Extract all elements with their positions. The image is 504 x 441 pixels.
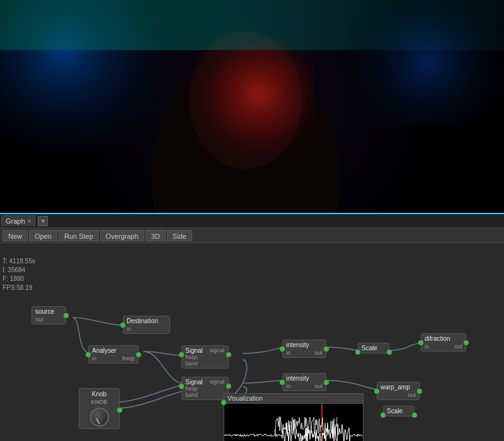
difraction-node-title: difraction xyxy=(425,335,462,342)
knob-node[interactable]: Knob KNOB xyxy=(79,388,120,429)
warp-amp-node-title: warp_amp xyxy=(381,384,416,391)
analyser-node[interactable]: Analyser in freqs xyxy=(88,345,139,364)
visualization-in-port[interactable] xyxy=(221,400,226,405)
warp-amp-out-port[interactable] xyxy=(417,389,422,394)
3d-button[interactable]: 3D xyxy=(146,230,166,241)
scale1-in-port[interactable] xyxy=(355,350,360,355)
source-out-port[interactable] xyxy=(64,313,69,318)
knob-node-title: Knob xyxy=(81,391,117,398)
source-node-title: source xyxy=(35,308,62,315)
open-button[interactable]: Open xyxy=(29,230,57,241)
intensity2-out-port[interactable] xyxy=(324,380,329,385)
intensity1-node-title: intensity xyxy=(286,341,323,348)
intensity2-in-port[interactable] xyxy=(280,380,285,385)
signal1-out-port[interactable] xyxy=(226,352,231,357)
signal1-in-port[interactable] xyxy=(179,352,184,357)
scale1-node[interactable]: Scale xyxy=(358,343,389,353)
side-button[interactable]: Side xyxy=(167,230,192,241)
difraction-out-port[interactable] xyxy=(464,340,469,345)
signal2-in-port[interactable] xyxy=(179,384,184,389)
run-step-button[interactable]: Run Step xyxy=(59,230,99,241)
visualization-node[interactable]: Visualization xyxy=(224,393,364,441)
video-preview xyxy=(0,0,504,214)
knob-indicator xyxy=(96,418,100,425)
graph-panel: Graph × + New Open Run Step Overgraph 3D… xyxy=(0,214,504,441)
warp-amp-in-port[interactable] xyxy=(374,389,379,394)
destination-in-port[interactable] xyxy=(120,323,125,328)
graph-tab[interactable]: Graph × xyxy=(1,215,35,226)
scale2-in-port[interactable] xyxy=(381,413,386,418)
graph-tab-label: Graph xyxy=(6,217,25,225)
scale2-node-title: Scale xyxy=(387,408,411,415)
destination-node[interactable]: Destination in xyxy=(123,316,170,334)
knob-sublabel: KNOB xyxy=(81,399,117,405)
visualization-node-title: Visualization xyxy=(227,395,263,402)
analyser-node-title: Analyser xyxy=(92,347,135,354)
analyser-freqs-port[interactable] xyxy=(136,352,141,357)
scale2-out-port[interactable] xyxy=(412,413,417,418)
intensity1-in-port[interactable] xyxy=(280,346,285,352)
signal2-node[interactable]: Signal freqs band signal xyxy=(181,377,229,400)
scale2-node[interactable]: Scale xyxy=(383,406,415,416)
signal2-out-port[interactable] xyxy=(226,384,231,389)
intensity1-out-port[interactable] xyxy=(324,346,329,352)
destination-node-title: Destination xyxy=(127,318,166,324)
new-button[interactable]: New xyxy=(3,230,28,241)
visualization-canvas xyxy=(224,404,363,441)
intensity1-node[interactable]: intensity in out xyxy=(282,340,326,358)
source-node[interactable]: source out xyxy=(32,306,66,324)
preview-canvas xyxy=(0,0,504,213)
graph-toolbar: New Open Run Step Overgraph 3D Side xyxy=(0,228,504,243)
analyser-in-port[interactable] xyxy=(86,352,91,357)
add-tab-button[interactable]: + xyxy=(38,216,48,226)
knob-visual[interactable] xyxy=(90,408,109,427)
scale1-node-title: Scale xyxy=(362,345,386,352)
graph-canvas[interactable]: source out Destination in Analyser in fr… xyxy=(0,243,504,441)
intensity2-node[interactable]: intensity in out xyxy=(282,373,326,391)
intensity2-node-title: intensity xyxy=(286,375,323,382)
close-icon[interactable]: × xyxy=(28,218,32,225)
warp-amp-node[interactable]: warp_amp out xyxy=(377,382,420,400)
overgraph-button[interactable]: Overgraph xyxy=(100,230,144,241)
signal1-node[interactable]: Signal freqs band signal xyxy=(181,345,229,369)
scale1-out-port[interactable] xyxy=(387,350,392,355)
difraction-node[interactable]: difraction in out xyxy=(421,333,466,352)
graph-tab-bar: Graph × + xyxy=(0,214,504,228)
knob-out-port[interactable] xyxy=(117,408,122,413)
difraction-in-port[interactable] xyxy=(418,340,423,345)
